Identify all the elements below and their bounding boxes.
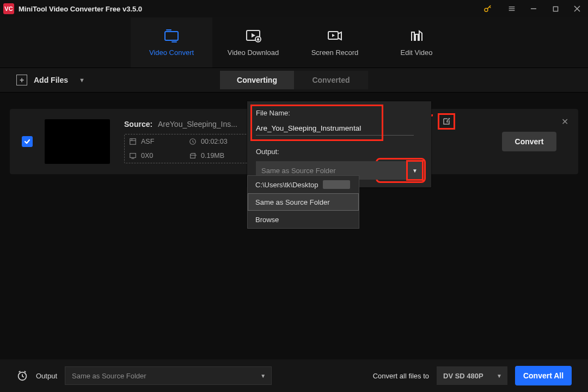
row-checkbox[interactable] xyxy=(22,136,33,147)
tab-label: Video Download xyxy=(228,48,279,57)
tab-video-download[interactable]: Video Download xyxy=(212,17,294,68)
file-name-label: File Name: xyxy=(256,109,378,117)
chevron-down-icon[interactable]: ▼ xyxy=(79,77,85,83)
tab-converting[interactable]: Converting xyxy=(220,71,294,89)
dropdown-option-same-source[interactable]: Same as Source Folder xyxy=(248,193,359,211)
footer-bar: Output Same as Source Folder ▼ Convert a… xyxy=(0,359,588,392)
convert-button[interactable]: Convert xyxy=(502,132,556,151)
footer-output-label: Output xyxy=(36,372,57,380)
row-close-icon[interactable]: ✕ xyxy=(561,117,568,127)
close-button[interactable] xyxy=(566,0,588,17)
window-controls xyxy=(477,0,588,17)
dropdown-option-desktop[interactable]: C:\Users\tk\Desktop xyxy=(248,176,359,193)
app-logo: VC xyxy=(3,3,14,14)
svg-rect-18 xyxy=(130,154,136,158)
output-popup: File Name: Output: Same as Source Folder… xyxy=(247,101,431,187)
titlebar: VC MiniTool Video Converter Free v3.5.0 xyxy=(0,0,588,17)
app-title: MiniTool Video Converter Free v3.5.0 xyxy=(19,5,142,13)
meta-resolution: 0X0 xyxy=(129,152,189,160)
tab-edit-video[interactable]: Edit Video xyxy=(376,17,457,68)
meta-size: 0.19MB xyxy=(189,152,249,160)
tab-label: Screen Record xyxy=(311,48,359,57)
chevron-down-icon: ▼ xyxy=(260,373,266,379)
tab-label: Edit Video xyxy=(400,48,432,57)
svg-marker-13 xyxy=(332,34,335,37)
chevron-down-icon[interactable]: ▼ xyxy=(407,161,422,180)
plus-icon: + xyxy=(16,75,27,85)
maximize-button[interactable] xyxy=(544,0,566,17)
file-name-input[interactable] xyxy=(256,121,414,136)
tab-screen-record[interactable]: Screen Record xyxy=(294,17,376,68)
output-folder-dropdown: C:\Users\tk\Desktop Same as Source Folde… xyxy=(247,175,359,229)
footer-output-select[interactable]: Same as Source Folder ▼ xyxy=(65,366,272,385)
convert-all-button[interactable]: Convert All xyxy=(515,366,572,385)
dropdown-option-browse[interactable]: Browse xyxy=(248,211,359,228)
content-area: Source: AreYou_Sleeping_Ins... ASF 00:02… xyxy=(0,93,588,359)
format-value: DV SD 480P xyxy=(443,372,483,380)
add-files-label: Add Files xyxy=(34,76,68,84)
svg-rect-5 xyxy=(553,7,558,11)
svg-rect-14 xyxy=(130,139,136,145)
tab-label: Video Convert xyxy=(149,48,194,57)
output-label: Output: xyxy=(256,148,422,156)
meta-format: ASF xyxy=(129,138,189,145)
redacted-mask xyxy=(323,180,350,189)
main-nav: Video Convert Video Download Screen Reco… xyxy=(0,17,588,68)
add-files-button[interactable]: + Add Files ▼ xyxy=(16,75,85,85)
hamburger-menu-icon[interactable] xyxy=(501,0,523,17)
format-select[interactable]: DV SD 480P ▼ xyxy=(437,366,507,385)
tab-converted[interactable]: Converted xyxy=(294,71,368,89)
schedule-icon[interactable] xyxy=(16,370,28,382)
tab-video-convert[interactable]: Video Convert xyxy=(131,17,212,68)
footer-output-value: Same as Source Folder xyxy=(72,372,146,380)
file-meta: Source: AreYou_Sleeping_Ins... ASF 00:02… xyxy=(124,120,266,163)
status-tabs: Converting Converted xyxy=(220,71,368,89)
source-filename: AreYou_Sleeping_Ins... xyxy=(158,120,237,128)
svg-rect-8 xyxy=(165,32,178,40)
video-thumbnail xyxy=(45,119,110,164)
svg-marker-10 xyxy=(252,33,255,38)
source-label: Source: xyxy=(124,120,152,128)
minimize-button[interactable] xyxy=(523,0,544,17)
upgrade-key-icon[interactable] xyxy=(477,0,499,17)
meta-duration: 00:02:03 xyxy=(189,138,249,145)
toolbar: + Add Files ▼ Converting Converted xyxy=(0,68,588,93)
output-folder-value: Same as Source Folder xyxy=(261,167,336,175)
convert-all-to-label: Convert all files to xyxy=(373,372,429,380)
chevron-down-icon: ▼ xyxy=(497,373,502,379)
edit-output-icon[interactable] xyxy=(439,114,454,128)
